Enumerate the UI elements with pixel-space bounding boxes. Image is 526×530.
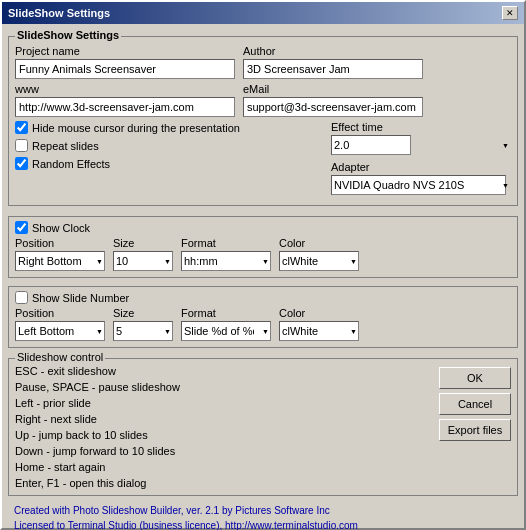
- project-author-row: Project name Author: [15, 45, 511, 79]
- clock-color-col: Color clWhite clBlack: [279, 237, 359, 271]
- hide-mouse-label: Hide mouse cursor during the presentatio…: [32, 122, 240, 134]
- ok-button[interactable]: OK: [439, 367, 511, 389]
- clock-format-select[interactable]: hh:mm hh:mm:ss: [181, 251, 271, 271]
- cancel-button[interactable]: Cancel: [439, 393, 511, 415]
- show-slide-number-row: Show Slide Number: [15, 291, 511, 304]
- slide-number-section: Show Slide Number Position Left Bottom R…: [8, 286, 518, 348]
- show-clock-row: Show Clock: [15, 221, 511, 234]
- show-clock-label: Show Clock: [32, 222, 90, 234]
- slide-position-select[interactable]: Left Bottom Right Bottom Left Top Right …: [15, 321, 105, 341]
- clock-position-col: Position Right Bottom Left Bottom Right …: [15, 237, 105, 271]
- clock-format-col: Format hh:mm hh:mm:ss: [181, 237, 271, 271]
- repeat-slides-checkbox[interactable]: [15, 139, 28, 152]
- effect-time-label: Effect time: [331, 121, 511, 133]
- random-effects-row: Random Effects: [15, 157, 323, 170]
- clock-size-wrapper: 10 8 12: [113, 251, 173, 271]
- slide-color-select[interactable]: clWhite clBlack: [279, 321, 359, 341]
- slide-color-col: Color clWhite clBlack: [279, 307, 359, 341]
- effect-adapter-col: Effect time 2.0 1.0 3.0 Adapter NVIDIA Q…: [331, 121, 511, 195]
- slide-format-select[interactable]: Slide %d of %d: [181, 321, 271, 341]
- show-clock-checkbox[interactable]: [15, 221, 28, 234]
- close-button[interactable]: ✕: [502, 6, 518, 20]
- slide-color-label: Color: [279, 307, 359, 319]
- clock-color-wrapper: clWhite clBlack: [279, 251, 359, 271]
- random-effects-label: Random Effects: [32, 158, 110, 170]
- clock-size-label: Size: [113, 237, 173, 249]
- clock-position-label: Position: [15, 237, 105, 249]
- control-line-5: Up - jump back to 10 slides: [15, 427, 431, 443]
- author-col: Author: [243, 45, 423, 79]
- email-input[interactable]: [243, 97, 423, 117]
- control-line-8: Enter, F1 - open this dialog: [15, 475, 431, 491]
- clock-color-select[interactable]: clWhite clBlack: [279, 251, 359, 271]
- main-window: SlideShow Settings ✕ SlideShow Settings …: [0, 0, 526, 530]
- hide-mouse-row: Hide mouse cursor during the presentatio…: [15, 121, 323, 134]
- email-label: eMail: [243, 83, 423, 95]
- slide-size-label: Size: [113, 307, 173, 319]
- www-email-row: www eMail: [15, 83, 511, 117]
- options-row: Hide mouse cursor during the presentatio…: [15, 121, 511, 195]
- repeat-slides-label: Repeat slides: [32, 140, 99, 152]
- slide-position-wrapper: Left Bottom Right Bottom Left Top Right …: [15, 321, 105, 341]
- slide-format-col: Format Slide %d of %d: [181, 307, 271, 341]
- window-title: SlideShow Settings: [8, 7, 110, 19]
- author-label: Author: [243, 45, 423, 57]
- control-line-3: Left - prior slide: [15, 395, 431, 411]
- project-name-label: Project name: [15, 45, 235, 57]
- project-name-input[interactable]: [15, 59, 235, 79]
- clock-size-col: Size 10 8 12: [113, 237, 173, 271]
- button-column: OK Cancel Export files: [439, 363, 511, 491]
- author-input[interactable]: [243, 59, 423, 79]
- clock-format-label: Format: [181, 237, 271, 249]
- footer: Created with Photo Slideshow Builder, ve…: [8, 500, 518, 530]
- main-group-label: SlideShow Settings: [15, 29, 121, 41]
- show-slide-number-checkbox[interactable]: [15, 291, 28, 304]
- adapter-wrapper: NVIDIA Quadro NVS 210S: [331, 175, 511, 195]
- project-col: Project name: [15, 45, 235, 79]
- slide-size-col: Size 5 4 6: [113, 307, 173, 341]
- footer-line1: Created with Photo Slideshow Builder, ve…: [14, 503, 512, 518]
- content-area: SlideShow Settings Project name Author w…: [2, 24, 524, 530]
- www-col: www: [15, 83, 235, 117]
- hide-mouse-checkbox[interactable]: [15, 121, 28, 134]
- slideshow-control-area: Slideshow control ESC - exit slideshow P…: [8, 358, 518, 496]
- control-line-7: Home - start again: [15, 459, 431, 475]
- clock-section: Show Clock Position Right Bottom Left Bo…: [8, 216, 518, 278]
- clock-position-select[interactable]: Right Bottom Left Bottom Right Top Left …: [15, 251, 105, 271]
- effect-time-wrapper: 2.0 1.0 3.0: [331, 135, 511, 155]
- clock-format-wrapper: hh:mm hh:mm:ss: [181, 251, 271, 271]
- slide-format-wrapper: Slide %d of %d: [181, 321, 271, 341]
- main-group-box: SlideShow Settings Project name Author w…: [8, 36, 518, 206]
- checkboxes-col: Hide mouse cursor during the presentatio…: [15, 121, 323, 173]
- adapter-label: Adapter: [331, 161, 511, 173]
- slide-position-label: Position: [15, 307, 105, 319]
- slideshow-control-label: Slideshow control: [15, 351, 105, 363]
- random-effects-checkbox[interactable]: [15, 157, 28, 170]
- title-bar-controls: ✕: [502, 6, 518, 20]
- control-line-2: Pause, SPACE - pause slideshow: [15, 379, 431, 395]
- control-line-4: Right - next slide: [15, 411, 431, 427]
- www-label: www: [15, 83, 235, 95]
- slide-position-col: Position Left Bottom Right Bottom Left T…: [15, 307, 105, 341]
- slide-format-label: Format: [181, 307, 271, 319]
- repeat-slides-row: Repeat slides: [15, 139, 323, 152]
- slide-options-row: Position Left Bottom Right Bottom Left T…: [15, 307, 511, 341]
- email-col: eMail: [243, 83, 423, 117]
- slide-color-wrapper: clWhite clBlack: [279, 321, 359, 341]
- control-line-1: ESC - exit slideshow: [15, 363, 431, 379]
- effect-time-select[interactable]: 2.0 1.0 3.0: [331, 135, 411, 155]
- clock-position-wrapper: Right Bottom Left Bottom Right Top Left …: [15, 251, 105, 271]
- export-button[interactable]: Export files: [439, 419, 511, 441]
- clock-size-select[interactable]: 10 8 12: [113, 251, 173, 271]
- clock-color-label: Color: [279, 237, 359, 249]
- slide-size-wrapper: 5 4 6: [113, 321, 173, 341]
- control-line-6: Down - jump forward to 10 slides: [15, 443, 431, 459]
- www-input[interactable]: [15, 97, 235, 117]
- clock-options-row: Position Right Bottom Left Bottom Right …: [15, 237, 511, 271]
- footer-line2: Licensed to Terminal Studio (business li…: [14, 518, 512, 530]
- slide-size-select[interactable]: 5 4 6: [113, 321, 173, 341]
- adapter-select[interactable]: NVIDIA Quadro NVS 210S: [331, 175, 506, 195]
- title-bar: SlideShow Settings ✕: [2, 2, 524, 24]
- show-slide-number-label: Show Slide Number: [32, 292, 129, 304]
- control-text-block: ESC - exit slideshow Pause, SPACE - paus…: [15, 363, 431, 491]
